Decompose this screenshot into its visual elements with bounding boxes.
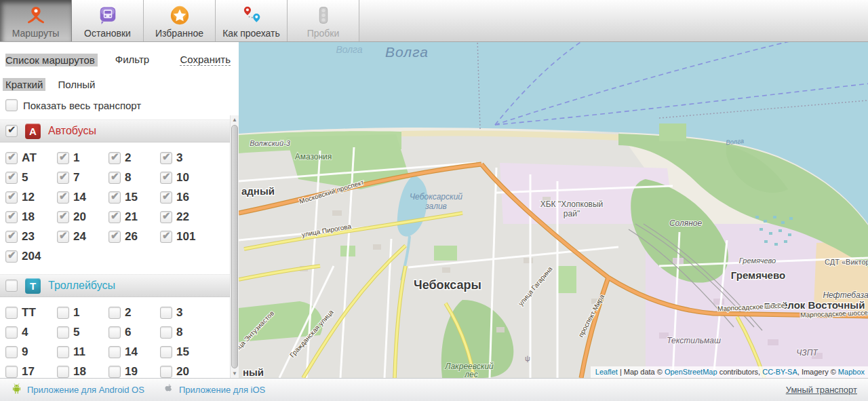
bus-route-АТ[interactable]: АТ [5,151,57,165]
scroll-down-button[interactable]: ▼ [231,369,239,378]
bus-route-checkbox-26[interactable] [108,231,121,243]
bus-route-checkbox-12[interactable] [5,191,18,204]
tab-traffic[interactable]: Пробки [288,0,359,41]
bus-route-checkbox-5[interactable] [5,172,18,184]
bus-route-24[interactable]: 24 [57,230,108,244]
bus-route-18[interactable]: 18 [5,210,57,224]
trolleybus-route-4[interactable]: 4 [5,326,57,339]
android-app-link[interactable]: Приложение для Android OS [11,383,144,398]
tab-favorites[interactable]: Избранное [144,0,216,41]
bus-route-2[interactable]: 2 [108,151,160,165]
brand-link[interactable]: Умный транспорт [786,385,857,395]
save-link[interactable]: Сохранить [180,54,231,66]
openstreetmap-link[interactable]: OpenStreetMap [665,368,717,376]
bus-route-checkbox-24[interactable] [57,231,69,243]
bus-route-5[interactable]: 5 [5,171,57,185]
bus-route-checkbox-204[interactable] [5,250,18,263]
route-list-tab[interactable]: Список маршрутов [5,54,98,66]
bus-route-checkbox-101[interactable] [160,231,172,243]
scroll-up-button[interactable]: ▲ [231,115,239,124]
trolleybus-route-6[interactable]: 6 [108,326,160,339]
trolleybus-route-checkbox-2[interactable] [108,307,121,319]
bus-route-22[interactable]: 22 [160,210,212,224]
bus-route-checkbox-7[interactable] [57,172,69,184]
bus-route-checkbox-1[interactable] [57,152,69,164]
trolleybus-route-19[interactable]: 19 [108,365,160,378]
bus-route-checkbox-20[interactable] [57,211,69,223]
trolleybus-route-checkbox-9[interactable] [5,346,18,358]
tab-stops[interactable]: Остановки [72,0,144,41]
bus-route-15[interactable]: 15 [108,191,160,204]
trolleybus-route-checkbox-14[interactable] [108,346,121,358]
map-canvas[interactable]: Волга Волга Волга Волжский-3 Амазония ад… [239,42,868,378]
license-link[interactable]: CC-BY-SA [762,368,797,376]
bus-route-checkbox-8[interactable] [108,172,121,184]
trolleybus-route-checkbox-8[interactable] [160,326,172,339]
trolleybus-route-checkbox-5[interactable] [57,326,69,339]
trolleybus-route-11[interactable]: 11 [57,345,108,359]
bus-route-14[interactable]: 14 [57,191,108,204]
bus-route-1[interactable]: 1 [57,151,108,165]
bus-route-26[interactable]: 26 [108,230,160,244]
trolleybus-route-2[interactable]: 2 [108,306,160,320]
trolleybus-route-1[interactable]: 1 [57,306,108,320]
bus-route-checkbox-2[interactable] [108,152,121,164]
bus-route-20[interactable]: 20 [57,210,108,224]
bus-route-101[interactable]: 101 [160,230,212,244]
scrollbar-thumb[interactable] [231,125,238,368]
trolleybus-route-checkbox-1[interactable] [57,307,69,319]
bus-route-204[interactable]: 204 [5,250,57,263]
trolleybus-section-checkbox[interactable] [5,280,18,292]
bus-route-checkbox-23[interactable] [5,231,18,243]
bus-route-16[interactable]: 16 [160,191,212,204]
show-all-checkbox[interactable] [5,99,18,111]
trolleybus-route-17[interactable]: 17 [5,365,57,378]
trolleybus-route-14[interactable]: 14 [108,345,160,359]
trolleybus-route-ТТ[interactable]: ТТ [5,306,57,320]
trolleybus-route-checkbox-17[interactable] [5,366,18,378]
bus-section-checkbox[interactable] [5,125,18,137]
trolleybus-route-checkbox-20[interactable] [160,366,172,378]
trolleybus-route-checkbox-6[interactable] [108,326,121,339]
trolleybus-route-checkbox-19[interactable] [108,366,121,378]
bus-route-checkbox-3[interactable] [160,152,172,164]
tab-directions[interactable]: Как проехать [216,0,288,41]
bus-route-checkbox-18[interactable] [5,211,18,223]
bus-route-checkbox-10[interactable] [160,172,172,184]
bus-route-checkbox-15[interactable] [108,191,121,204]
bus-route-3[interactable]: 3 [160,151,212,165]
ios-app-link[interactable]: Приложение для iOS [162,382,265,398]
trolleybus-route-checkbox-3[interactable] [160,307,172,319]
trolleybus-route-checkbox-18[interactable] [57,366,69,378]
filter-tab[interactable]: Фильтр [115,54,149,65]
mapbox-link[interactable]: Mapbox [838,368,865,376]
bus-route-10[interactable]: 10 [160,171,212,185]
trolleybus-route-checkbox-15[interactable] [160,346,172,358]
bus-route-7[interactable]: 7 [57,171,108,185]
sidebar-scrollbar[interactable]: ▲ ▼ [230,115,239,378]
leaflet-link[interactable]: Leaflet [595,368,618,376]
trolleybus-route-checkbox-ТТ[interactable] [5,307,18,319]
bus-route-12[interactable]: 12 [5,191,57,204]
trolleybus-route-checkbox-4[interactable] [5,326,18,339]
bus-route-checkbox-14[interactable] [57,191,69,204]
trolleybus-route-18[interactable]: 18 [57,365,108,378]
view-short-tab[interactable]: Краткий [3,78,45,91]
trolleybus-route-9[interactable]: 9 [5,345,57,359]
bus-route-8[interactable]: 8 [108,171,160,185]
bus-route-21[interactable]: 21 [108,210,160,224]
trolleybus-route-checkbox-11[interactable] [57,346,69,358]
bus-route-checkbox-21[interactable] [108,211,121,223]
bus-route-checkbox-16[interactable] [160,191,172,204]
trolleybus-route-8[interactable]: 8 [160,326,212,339]
show-all-transport-row[interactable]: Показать весь транспорт [5,99,231,111]
bus-route-checkbox-22[interactable] [160,211,172,223]
bus-route-checkbox-АТ[interactable] [5,152,18,164]
tab-routes[interactable]: Маршруты [0,0,72,41]
trolleybus-route-3[interactable]: 3 [160,306,212,320]
bus-route-23[interactable]: 23 [5,230,57,244]
trolleybus-route-20[interactable]: 20 [160,365,212,378]
trolleybus-route-15[interactable]: 15 [160,345,212,359]
view-full-tab[interactable]: Полный [58,79,95,90]
trolleybus-route-5[interactable]: 5 [57,326,108,339]
